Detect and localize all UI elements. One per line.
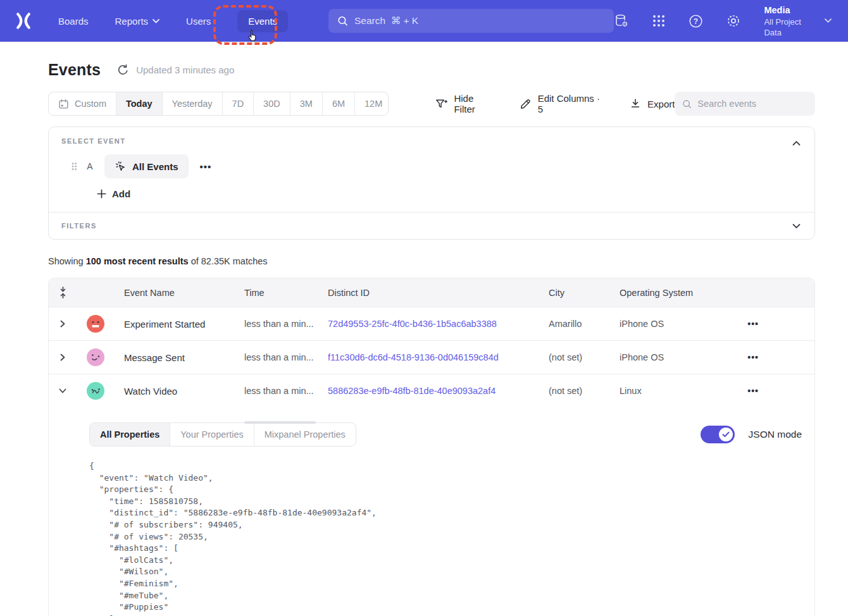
data-management-icon[interactable] [614,13,629,28]
last-updated-text: Updated 3 minutes ago [136,65,234,75]
tab-your-properties[interactable]: Your Properties [170,423,254,446]
results-prefix: Showing [48,256,86,266]
pencil-icon [520,98,532,110]
time-cell: less than a min... [244,319,328,329]
nav-item-events[interactable]: Events [237,10,288,32]
date-filter-3m[interactable]: 3M [290,92,323,115]
tab-label: Your Properties [180,429,243,440]
project-selector[interactable]: Media All Project Data [764,4,832,38]
row-more-options-button[interactable]: ••• [747,386,759,396]
city-cell: (not set) [549,352,620,362]
expand-row-icon[interactable] [49,353,77,362]
date-filter-12m[interactable]: 12M [355,92,389,115]
global-search[interactable] [328,9,614,33]
expand-filters-icon[interactable] [792,220,801,231]
results-summary: Showing 100 most recent results of 82.35… [48,256,815,266]
nav-item-boards[interactable]: Boards [58,16,89,27]
event-more-options-button[interactable]: ••• [200,161,212,172]
row-more-options-button[interactable]: ••• [747,352,759,362]
apps-grid-icon[interactable] [652,14,666,28]
table-row-expanded: Watch Video less than a min... 5886283e-… [49,374,814,407]
hide-filter-label: Hide Filter [454,93,496,114]
filter-funnel-icon [435,98,448,110]
table-row: Experiment Started less than a min... 72… [49,307,814,340]
global-search-input[interactable] [354,15,605,27]
date-filter-7d[interactable]: 7D [223,92,254,115]
page-title: Events [48,61,101,79]
event-avatar [87,348,104,366]
toggle-knob [719,428,733,441]
date-filter-label: 12M [365,99,382,109]
os-cell: iPhone OS [620,352,740,362]
col-header-operating-system[interactable]: Operating System [620,288,740,298]
nav-item-label: Boards [58,16,89,27]
time-cell: less than a min... [244,386,328,396]
date-filter-label: Today [126,99,153,109]
export-button[interactable]: Export [630,98,675,109]
events-page: Events Updated 3 minutes ago Custom Toda… [48,59,815,616]
collapse-all-rows-icon[interactable] [49,286,77,299]
edit-columns-label: Edit Columns · 5 [538,93,607,114]
expanded-event-detail: All Properties Your Properties Mixpanel … [49,422,814,616]
nav-item-label: Reports [115,16,149,27]
tab-mixpanel-properties[interactable]: Mixpanel Properties [254,423,356,446]
col-header-distinct-id[interactable]: Distinct ID [328,288,549,298]
add-event-button[interactable]: Add [97,188,802,199]
distinct-id-link[interactable]: 72d49553-25fc-4f0c-b436-1b5ac6ab3388 [328,319,549,329]
col-header-city[interactable]: City [549,288,620,298]
events-table: Event Name Time Distinct ID City Operati… [48,278,815,616]
drag-handle-icon[interactable] [70,161,78,172]
tab-label: All Properties [100,429,159,440]
date-filter-label: Yesterday [172,99,213,109]
event-avatar [87,315,104,333]
settings-gear-icon[interactable] [726,13,741,28]
row-more-options-button[interactable]: ••• [747,319,759,329]
chevron-down-icon [825,18,832,23]
event-name-cell: Experiment Started [124,319,244,330]
json-mode-toggle[interactable] [701,426,735,443]
properties-tabs: All Properties Your Properties Mixpanel … [89,422,356,447]
col-header-time[interactable]: Time [244,288,328,298]
date-filter-custom[interactable]: Custom [49,92,116,115]
nav-item-label: Users [186,16,211,27]
date-filter-label: 6M [332,99,345,109]
date-filter-label: 30D [263,99,280,109]
col-header-event-name[interactable]: Event Name [124,288,244,298]
event-json-viewer[interactable]: { "event": "Watch Video", "properties": … [89,460,814,616]
project-name: Media [764,4,816,16]
filters-section-toggle[interactable]: FILTERS [49,213,814,239]
date-range-control: Custom Today Yesterday 7D 30D 3M 6M 12M [48,92,389,116]
collapse-row-icon[interactable] [49,388,77,394]
date-filter-yesterday[interactable]: Yesterday [163,92,223,115]
refresh-icon[interactable] [117,64,129,76]
search-icon [337,15,348,27]
nav-item-reports[interactable]: Reports [115,16,160,27]
search-events-input[interactable] [697,99,807,109]
filters-label: FILTERS [61,222,97,230]
date-filter-6m[interactable]: 6M [323,92,355,115]
search-events-box[interactable] [675,92,815,116]
search-icon [682,99,692,109]
tab-all-properties[interactable]: All Properties [90,423,170,446]
tab-label: Mixpanel Properties [265,429,346,440]
date-filter-today[interactable]: Today [116,92,163,115]
date-filter-30d[interactable]: 30D [254,92,290,115]
expand-row-icon[interactable] [49,319,77,328]
hide-filter-button[interactable]: Hide Filter [435,93,497,114]
plus-icon [97,189,106,199]
download-icon [630,98,641,109]
top-navigation: Boards Reports Users Events [0,0,848,42]
collapse-section-icon[interactable] [790,135,803,151]
event-selector-button[interactable]: All Events [104,154,189,178]
distinct-id-link[interactable]: f11c30d6-dc6d-4518-9136-0d046159c84d [328,352,549,362]
distinct-id-link[interactable]: 5886283e-e9fb-48fb-81de-40e9093a2af4 [328,386,549,396]
help-icon[interactable]: ? [689,14,703,28]
chevron-down-icon [153,19,159,23]
edit-columns-button[interactable]: Edit Columns · 5 [520,93,607,114]
nav-item-users[interactable]: Users [186,16,211,27]
project-subtitle: All Project Data [764,16,816,38]
mixpanel-logo-icon[interactable] [14,11,33,30]
city-cell: Amarillo [549,319,620,329]
event-clause-letter: A [85,161,94,171]
select-event-label: SELECT EVENT [61,137,802,145]
